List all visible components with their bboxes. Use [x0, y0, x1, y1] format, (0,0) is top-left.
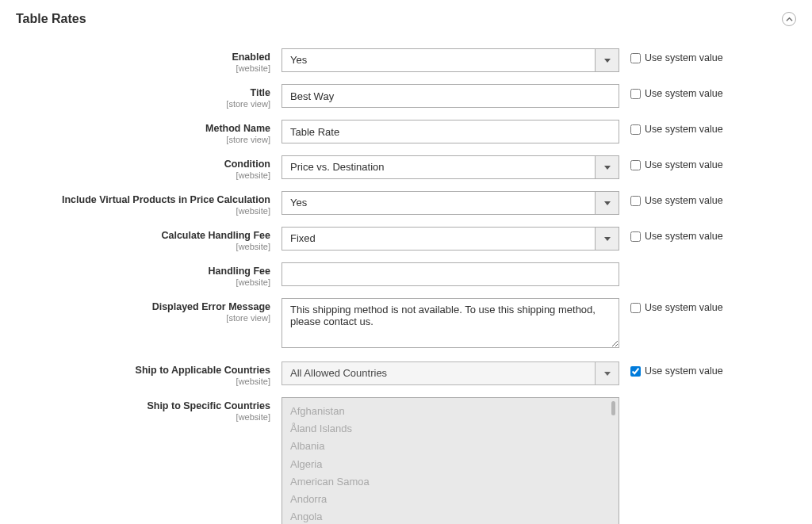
field-label: Enabled — [16, 52, 270, 63]
field-scope: [website] — [16, 377, 270, 386]
scrollbar-thumb[interactable] — [611, 401, 615, 415]
field-scope: [store view] — [16, 135, 270, 144]
select-value: Yes — [282, 192, 595, 214]
use-system-label[interactable]: Use system value — [645, 159, 723, 170]
field-label: Include Virtual Products in Price Calcul… — [16, 194, 270, 205]
row-handlingtype: Calculate Handling Fee [website] Fixed U… — [16, 227, 796, 251]
use-system-wrap: Use system value — [619, 227, 723, 242]
field-scope: [store view] — [16, 313, 270, 323]
field-scope: [website] — [16, 206, 270, 216]
label-col: Enabled [website] — [16, 48, 282, 73]
condition-select[interactable]: Price vs. Destination — [282, 155, 619, 179]
handlingfee-input[interactable] — [282, 262, 619, 286]
use-system-checkbox-handlingtype[interactable] — [630, 231, 641, 242]
use-system-label[interactable]: Use system value — [645, 52, 723, 63]
label-col: Ship to Specific Countries [website] — [16, 397, 282, 422]
collapse-button[interactable] — [782, 12, 796, 26]
use-system-label[interactable]: Use system value — [645, 195, 723, 206]
specific-countries-multiselect[interactable]: AfghanistanÅland IslandsAlbaniaAlgeriaAm… — [282, 397, 619, 524]
use-system-wrap: Use system value — [619, 120, 723, 135]
row-specific: Ship to Specific Countries [website] Afg… — [16, 397, 796, 524]
chevron-down-icon — [595, 156, 619, 178]
select-value: All Allowed Countries — [282, 362, 595, 384]
field-scope: [website] — [16, 412, 270, 422]
chevron-down-icon — [595, 362, 619, 384]
use-system-checkbox-errormsg[interactable] — [630, 303, 641, 313]
field-scope: [website] — [16, 277, 270, 287]
label-col: Handling Fee [website] — [16, 262, 282, 287]
country-option[interactable]: Albania — [290, 438, 611, 455]
select-value: Yes — [282, 49, 595, 71]
use-system-label[interactable]: Use system value — [645, 124, 723, 135]
row-title: Title [store view] Use system value — [16, 84, 796, 109]
select-value: Price vs. Destination — [282, 156, 595, 178]
use-system-checkbox-title[interactable] — [630, 89, 641, 99]
title-input[interactable] — [282, 84, 619, 108]
use-system-wrap: Use system value — [619, 361, 723, 377]
label-col: Method Name [store view] — [16, 120, 282, 144]
row-virtual: Include Virtual Products in Price Calcul… — [16, 191, 796, 216]
field-label: Calculate Handling Fee — [16, 230, 270, 241]
field-scope: [website] — [16, 242, 270, 251]
country-option[interactable]: Andorra — [290, 491, 611, 508]
use-system-wrap: Use system value — [619, 191, 723, 206]
use-system-label[interactable]: Use system value — [645, 231, 723, 242]
row-handlingfee: Handling Fee [website] — [16, 262, 796, 287]
use-system-checkbox-virtual[interactable] — [630, 196, 641, 206]
row-enabled: Enabled [website] Yes Use system value — [16, 48, 796, 73]
field-scope: [store view] — [16, 99, 270, 109]
row-errormsg: Displayed Error Message [store view] Thi… — [16, 298, 796, 350]
label-col: Condition [website] — [16, 155, 282, 180]
field-label: Handling Fee — [16, 266, 270, 277]
use-system-label[interactable]: Use system value — [645, 302, 723, 313]
use-system-label[interactable]: Use system value — [645, 88, 723, 99]
use-system-checkbox-condition[interactable] — [630, 160, 641, 170]
chevron-down-icon — [595, 192, 619, 214]
field-label: Title — [16, 87, 270, 98]
use-system-wrap: Use system value — [619, 84, 723, 99]
field-label: Method Name — [16, 123, 270, 134]
use-system-checkbox-applicable[interactable] — [630, 366, 641, 377]
country-option[interactable]: Angola — [290, 508, 611, 524]
virtual-select[interactable]: Yes — [282, 191, 619, 215]
row-applicable: Ship to Applicable Countries [website] A… — [16, 361, 796, 386]
country-option[interactable]: Åland Islands — [290, 420, 611, 438]
label-col: Title [store view] — [16, 84, 282, 109]
label-col: Calculate Handling Fee [website] — [16, 227, 282, 251]
label-col: Ship to Applicable Countries [website] — [16, 361, 282, 386]
field-label: Ship to Specific Countries — [16, 400, 270, 411]
chevron-up-icon — [786, 16, 793, 23]
label-col: Include Virtual Products in Price Calcul… — [16, 191, 282, 216]
use-system-wrap: Use system value — [619, 298, 723, 313]
country-option[interactable]: Afghanistan — [290, 403, 611, 420]
country-option[interactable]: American Samoa — [290, 473, 611, 491]
use-system-checkbox-method[interactable] — [630, 124, 641, 135]
select-value: Fixed — [282, 228, 595, 250]
chevron-down-icon — [595, 228, 619, 250]
row-method: Method Name [store view] Use system valu… — [16, 120, 796, 144]
handlingtype-select[interactable]: Fixed — [282, 227, 619, 251]
method-input[interactable] — [282, 120, 619, 143]
field-scope: [website] — [16, 63, 270, 73]
field-label: Displayed Error Message — [16, 301, 270, 312]
label-col: Displayed Error Message [store view] — [16, 298, 282, 323]
field-label: Condition — [16, 159, 270, 170]
section-header: Table Rates — [16, 12, 796, 26]
field-label: Ship to Applicable Countries — [16, 365, 270, 376]
use-system-wrap: Use system value — [619, 48, 723, 63]
field-scope: [website] — [16, 170, 270, 180]
applicable-select[interactable]: All Allowed Countries — [282, 361, 619, 385]
enabled-select[interactable]: Yes — [282, 48, 619, 72]
row-condition: Condition [website] Price vs. Destinatio… — [16, 155, 796, 180]
country-option[interactable]: Algeria — [290, 456, 611, 473]
section-title: Table Rates — [16, 12, 86, 26]
errormsg-textarea[interactable]: This shipping method is not available. T… — [282, 298, 619, 348]
use-system-checkbox-enabled[interactable] — [630, 53, 641, 63]
chevron-down-icon — [595, 49, 619, 71]
use-system-label[interactable]: Use system value — [645, 365, 723, 377]
use-system-wrap: Use system value — [619, 155, 723, 170]
